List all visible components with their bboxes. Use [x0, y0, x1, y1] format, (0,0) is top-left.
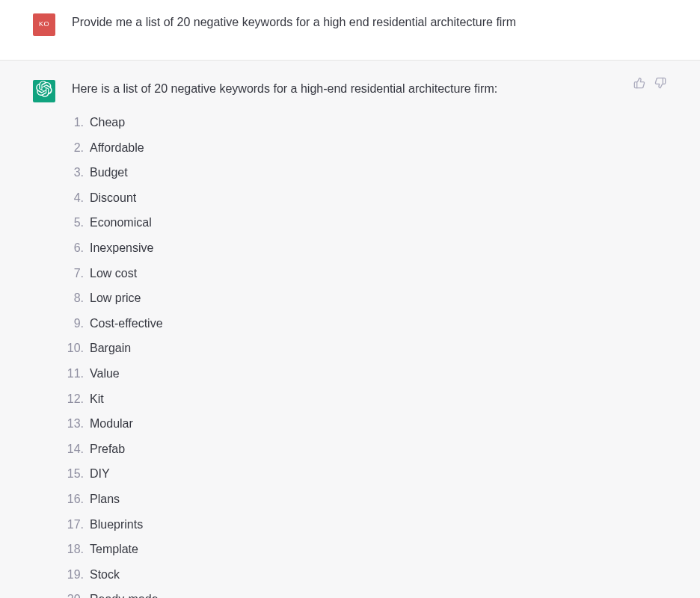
- list-item: Kit: [72, 389, 610, 409]
- list-item: Discount: [72, 188, 610, 208]
- user-avatar: KO: [33, 13, 55, 36]
- list-item: Prefab: [72, 440, 610, 459]
- thumbs-down-icon: [654, 76, 666, 94]
- list-item: Plans: [72, 490, 610, 509]
- user-message-row: KO Provide me a list of 20 negative keyw…: [0, 0, 700, 61]
- list-item: Budget: [72, 163, 610, 182]
- list-item: Cheap: [72, 113, 610, 132]
- openai-icon: [36, 81, 52, 102]
- thumbs-down-button[interactable]: [654, 78, 667, 92]
- thumbs-up-icon: [633, 76, 645, 94]
- assistant-avatar: [33, 80, 55, 102]
- list-item: Template: [72, 540, 610, 559]
- assistant-message-row: Here is a list of 20 negative keywords f…: [0, 61, 700, 598]
- list-item: Economical: [72, 213, 610, 232]
- list-item: DIY: [72, 464, 610, 484]
- list-item: Affordable: [72, 138, 610, 158]
- assistant-message-content: Here is a list of 20 negative keywords f…: [72, 78, 610, 598]
- list-item: Low cost: [72, 264, 610, 283]
- list-item: Low price: [72, 289, 610, 308]
- list-item: Value: [72, 364, 610, 383]
- user-prompt-text: Provide me a list of 20 negative keyword…: [72, 13, 610, 31]
- list-item: Inexpensive: [72, 238, 610, 258]
- thumbs-up-button[interactable]: [633, 78, 646, 92]
- keyword-list: Cheap Affordable Budget Discount Economi…: [72, 113, 610, 598]
- list-item: Modular: [72, 414, 610, 434]
- list-item: Stock: [72, 565, 610, 585]
- feedback-controls: [633, 78, 667, 92]
- assistant-intro-text: Here is a list of 20 negative keywords f…: [72, 80, 610, 98]
- list-item: Cost-effective: [72, 314, 610, 333]
- list-item: Blueprints: [72, 515, 610, 534]
- user-message-content: Provide me a list of 20 negative keyword…: [72, 12, 610, 36]
- list-item: Bargain: [72, 339, 610, 358]
- list-item: Ready-made.: [72, 590, 610, 598]
- user-avatar-initials: KO: [39, 19, 49, 30]
